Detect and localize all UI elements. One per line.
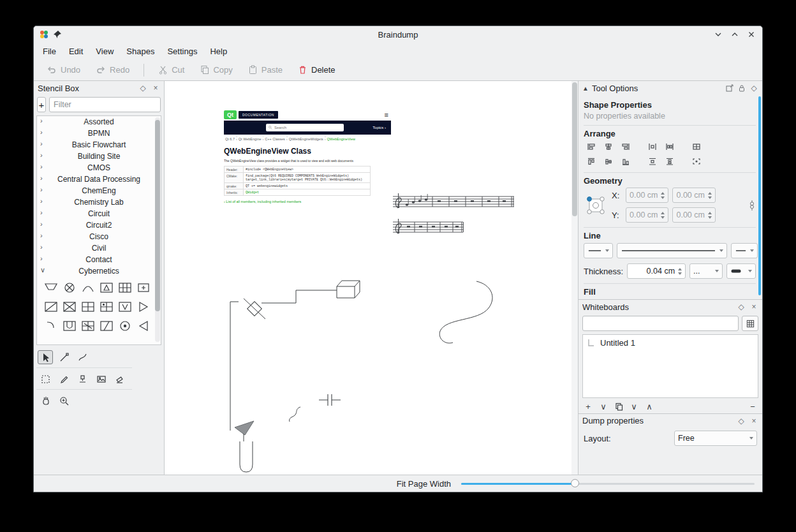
category-cmos[interactable]: ›CMOS <box>37 162 161 174</box>
distribute-v-icon[interactable] <box>645 155 660 168</box>
layout-combobox[interactable]: Free <box>674 431 757 446</box>
undo-button[interactable]: Undo <box>40 63 87 78</box>
x-position-spinbox[interactable]: 0.00 cm <box>626 188 668 203</box>
menu-shapes[interactable]: Shapes <box>120 45 161 58</box>
position-anchor-widget[interactable] <box>584 193 608 218</box>
add-stencil-button[interactable]: + <box>37 97 46 112</box>
stencil-shape-triangle-left-icon[interactable] <box>135 319 152 333</box>
stencil-shape-box-dot-icon[interactable] <box>98 300 115 314</box>
canvas-vertical-scrollbar[interactable] <box>571 81 578 475</box>
category-cisco[interactable]: ›Cisco <box>37 231 161 242</box>
align-right-icon[interactable] <box>618 140 633 153</box>
add-whiteboard-menu-icon[interactable]: ∨ <box>599 402 608 411</box>
maximize-button[interactable] <box>729 29 741 40</box>
line-style-combobox[interactable] <box>617 243 727 258</box>
whiteboard-name-input[interactable] <box>582 316 739 331</box>
stencil-shape-box-cross-icon[interactable] <box>61 300 78 314</box>
y-position-spinbox[interactable]: 0.00 cm <box>626 207 668 223</box>
minimize-button[interactable] <box>712 29 724 40</box>
stamp-tool-button[interactable] <box>75 372 90 386</box>
menu-settings[interactable]: Settings <box>161 45 203 58</box>
stencil-shape-arc-icon[interactable] <box>79 281 96 295</box>
cut-button[interactable]: Cut <box>152 63 191 77</box>
category-cybernetics[interactable]: ∨Cybernetics <box>37 265 161 277</box>
stencil-shape-circle-x-icon[interactable] <box>61 281 78 295</box>
stencil-shape-box-slash-icon[interactable] <box>98 319 115 333</box>
line-tool-button[interactable] <box>56 350 71 364</box>
stencil-shape-funnel-icon[interactable] <box>42 281 59 295</box>
canvas-object-capacitor[interactable] <box>319 394 341 406</box>
spread-h-icon[interactable] <box>662 140 677 153</box>
close-button[interactable] <box>746 29 757 40</box>
align-vcenter-icon[interactable] <box>601 155 616 168</box>
stencil-shape-box-plus-icon[interactable] <box>135 281 152 295</box>
group-icon[interactable] <box>689 140 704 153</box>
stencil-shape-box-diagonal-icon[interactable] <box>42 300 59 314</box>
copy-button[interactable]: Copy <box>193 63 239 77</box>
align-hcenter-icon[interactable] <box>601 140 616 153</box>
move-up-button[interactable]: ∧ <box>645 402 654 411</box>
snap-corners-icon[interactable] <box>689 155 704 168</box>
canvas-object-connector-line[interactable] <box>262 290 337 303</box>
category-chemistry-lab[interactable]: ›Chemistry Lab <box>37 196 161 208</box>
zoom-tool-button[interactable] <box>56 394 71 408</box>
canvas-object-diamond-shape[interactable] <box>244 299 265 319</box>
width-spinbox[interactable]: 0.00 cm <box>672 188 715 203</box>
float-docker-icon[interactable]: ◇ <box>737 417 746 425</box>
close-docker-icon[interactable]: × <box>749 302 758 311</box>
stencil-list-scrollbar[interactable] <box>155 117 160 342</box>
category-bpmn[interactable]: ›BPMN <box>37 128 161 139</box>
add-whiteboard-button[interactable]: + <box>584 402 593 411</box>
category-civil[interactable]: ›Civil <box>37 242 161 254</box>
stencil-shape-box-u-icon[interactable] <box>61 319 78 333</box>
menu-edit[interactable]: Edit <box>63 45 89 58</box>
thickness-spinbox[interactable]: 0.04 cm <box>627 263 686 279</box>
category-chemeng[interactable]: ›ChemEng <box>37 185 161 196</box>
keep-ratio-chain-icon[interactable] <box>748 200 756 211</box>
whiteboard-template-button[interactable] <box>742 316 758 331</box>
menu-help[interactable]: Help <box>203 45 233 58</box>
pan-tool-button[interactable] <box>38 394 53 408</box>
cap-style-button[interactable] <box>726 263 756 279</box>
line-end-marker-combobox[interactable] <box>731 243 758 258</box>
stencil-shape-box-v-icon[interactable] <box>116 300 133 314</box>
align-top-icon[interactable] <box>584 155 599 168</box>
detach-icon[interactable] <box>725 84 734 92</box>
canvas[interactable]: Qt DOCUMENTATION ≡ Search Topics › Qt 6.… <box>165 81 578 475</box>
canvas-object-squiggle[interactable] <box>290 407 300 422</box>
duplicate-whiteboard-button[interactable] <box>614 403 623 411</box>
float-docker-icon[interactable]: ◇ <box>737 302 746 311</box>
zoom-slider-handle[interactable] <box>571 479 579 487</box>
distribute-h-icon[interactable] <box>645 140 660 153</box>
pencil-tool-button[interactable] <box>56 372 71 386</box>
stencil-shape-box-triangle-icon[interactable] <box>98 281 115 295</box>
menu-view[interactable]: View <box>89 45 120 58</box>
canvas-object-polyline[interactable] <box>230 302 239 431</box>
height-spinbox[interactable]: 0.00 cm <box>672 207 715 223</box>
align-left-icon[interactable] <box>584 140 599 153</box>
category-circuit2[interactable]: ›Circuit2 <box>37 219 161 231</box>
stencil-shape-triangle-right-icon[interactable] <box>135 300 152 314</box>
redo-button[interactable]: Redo <box>89 63 136 78</box>
move-down-button[interactable]: ∨ <box>630 402 638 411</box>
category-contact[interactable]: ›Contact <box>37 254 161 265</box>
float-docker-icon[interactable]: ◇ <box>138 84 147 92</box>
canvas-object-3d-box[interactable] <box>337 281 360 298</box>
stencil-shape-box-cross2-icon[interactable] <box>79 319 96 333</box>
lock-icon[interactable] <box>737 84 746 92</box>
remove-whiteboard-button[interactable]: − <box>748 402 757 411</box>
calligraphy-tool-button[interactable] <box>75 350 90 364</box>
canvas-object-music-staff-1[interactable] <box>393 193 514 208</box>
spread-v-icon[interactable] <box>662 155 677 168</box>
line-start-marker-combobox[interactable] <box>584 243 613 258</box>
category-building-site[interactable]: ›Building Site <box>37 151 161 162</box>
tool-options-scrollbar[interactable] <box>758 96 761 295</box>
stroke-style-combobox[interactable]: ... <box>689 263 723 279</box>
close-docker-icon[interactable]: × <box>151 84 160 92</box>
paste-button[interactable]: Paste <box>242 63 289 77</box>
category-assorted[interactable]: ›Assorted <box>37 116 161 128</box>
collapse-icon[interactable]: ▲ <box>582 85 589 92</box>
pin-icon[interactable] <box>53 30 62 39</box>
titlebar[interactable]: Braindump <box>34 26 762 43</box>
select-tool-button[interactable] <box>38 350 53 364</box>
